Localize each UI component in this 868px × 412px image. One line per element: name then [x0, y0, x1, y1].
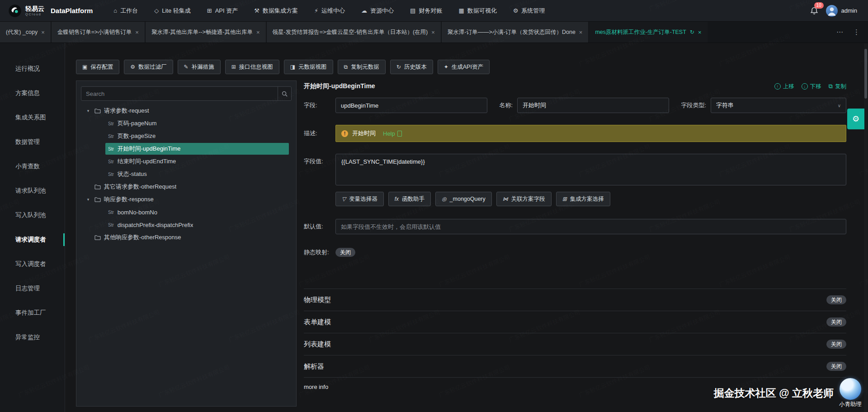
- tabs-more-icon[interactable]: ⋯: [836, 28, 843, 36]
- sidebar-item[interactable]: 异常监控: [0, 325, 65, 350]
- field-action-button[interactable]: ⧉ 复制: [829, 83, 846, 90]
- collapsible-section[interactable]: 物理模型 关闭: [304, 289, 846, 311]
- toolbar-button[interactable]: ▣ 保存配置: [76, 60, 119, 74]
- field-value-textarea[interactable]: {{LAST_SYNC_TIME|datetime}}: [335, 154, 846, 185]
- sidebar-item[interactable]: 数据管理: [0, 130, 65, 154]
- helper-buttons: ▽ 变量选择器 fx 函数助手 ◎ _mongoQuery: [335, 192, 846, 206]
- notification-bell[interactable]: 10: [810, 6, 819, 15]
- workspace-tab[interactable]: 聚水潭-订单——>小满-订单（发货状态回传）Done ×: [442, 22, 589, 43]
- tab-bar: (代发) _copy × 金蝶销售订单=>小满销售订单 × 聚水潭-其他出库单-…: [0, 22, 868, 43]
- sidebar-item[interactable]: 请求调度者: [0, 227, 65, 252]
- sidebar-item[interactable]: 写入调度者: [0, 252, 65, 276]
- static-map-toggle[interactable]: 关闭: [335, 248, 355, 257]
- workspace-tab[interactable]: (代发) _copy ×: [0, 22, 51, 43]
- nav-item[interactable]: ⚡ 运维中心: [314, 7, 345, 15]
- toolbar-button[interactable]: ✦ 生成API资产: [438, 60, 490, 74]
- helper-button[interactable]: ⋈ 关联方案字段: [496, 192, 552, 206]
- section-toggle[interactable]: 关闭: [826, 295, 846, 304]
- sidebar-item[interactable]: 小青查数: [0, 154, 65, 179]
- folder-icon: [94, 235, 101, 240]
- nav-item[interactable]: ⊞ API 资产: [207, 7, 238, 15]
- helper-button[interactable]: fx 函数助手: [388, 192, 431, 206]
- workspace-tab[interactable]: 领星-发货结算报告=>金蝶云星空-销售出库单（日本站）(在用) ×: [267, 22, 441, 43]
- field-key-input[interactable]: [335, 98, 487, 113]
- collapsible-section[interactable]: 列表建模 关闭: [304, 333, 846, 355]
- tree-node[interactable]: Str 状态-status: [81, 168, 292, 180]
- helper-button[interactable]: ◎ _mongoQuery: [435, 192, 492, 206]
- caret-icon[interactable]: ▾: [85, 109, 92, 113]
- field-action-button[interactable]: ↓ 下移: [802, 83, 821, 90]
- sidebar-item[interactable]: 方案信息: [0, 81, 65, 105]
- nav-item[interactable]: ⚒ 数据集成方案: [254, 7, 298, 15]
- tab-refresh-icon[interactable]: ↻: [690, 29, 694, 35]
- nav-item[interactable]: ☁ 资源中心: [361, 7, 394, 15]
- nav-item[interactable]: ⌂ 工作台: [113, 7, 138, 15]
- nav-item[interactable]: ⚙ 系统管理: [513, 7, 545, 15]
- tree-node[interactable]: 其它请求参数-otherRequest: [81, 180, 292, 193]
- string-type-badge: Str: [108, 210, 114, 215]
- tree-node[interactable]: Str 结束时间-updEndTime: [81, 155, 292, 168]
- tree-node[interactable]: Str dispatchPrefix-dispatchPrefix: [81, 218, 292, 231]
- tree-node[interactable]: 其他响应参数-otherResponse: [81, 231, 292, 244]
- tab-close-icon[interactable]: ×: [256, 29, 260, 36]
- collapsible-section[interactable]: 解析器 关闭: [304, 355, 846, 377]
- sidebar-item[interactable]: 日志管理: [0, 276, 65, 301]
- folder-icon: [94, 108, 101, 114]
- workspace-tab[interactable]: 聚水潭-其他出库单-->畅捷通-其他出库单 ×: [146, 22, 266, 43]
- field-key-label: 字段:: [304, 101, 335, 109]
- help-doc-icon[interactable]: [397, 131, 402, 137]
- collapsible-section[interactable]: 表单建模 关闭: [304, 311, 846, 333]
- section-toggle[interactable]: 关闭: [826, 340, 846, 349]
- warning-icon: !: [341, 130, 348, 137]
- product-name: DataPlatform: [51, 7, 93, 14]
- tree-node[interactable]: ▾ 请求参数-request: [81, 104, 292, 117]
- tree-node[interactable]: Str 页数-pageSize: [81, 130, 292, 142]
- toolbar-button[interactable]: ↻ 历史版本: [390, 60, 433, 74]
- sidebar-item[interactable]: 运行概况: [0, 57, 65, 81]
- tab-close-icon[interactable]: ×: [431, 29, 435, 36]
- field-type-select[interactable]: 字符串 ∨: [711, 98, 846, 113]
- main-nav: ⌂ 工作台 ◇ Lite 轻集成 ⊞ API 资产 ⚒ 数据集成方案 ⚡ 运维中…: [113, 7, 809, 15]
- tree-node[interactable]: ▾ 响应参数-response: [81, 193, 292, 206]
- tab-close-icon[interactable]: ×: [41, 29, 45, 36]
- tab-close-icon[interactable]: ×: [698, 29, 702, 36]
- helper-button[interactable]: ⊞ 集成方案选择: [556, 192, 610, 206]
- toolbar-button[interactable]: ⊞ 接口信息视图: [225, 60, 279, 74]
- description-warning-box[interactable]: ! 开始时间 Help: [335, 125, 846, 142]
- caret-icon[interactable]: ▾: [85, 197, 92, 202]
- collapsible-sections: 物理模型 关闭 表单建模 关闭 列表建模 关闭: [304, 289, 846, 377]
- sidebar-item[interactable]: 集成关系图: [0, 105, 65, 130]
- helper-button[interactable]: ▽ 变量选择器: [335, 192, 384, 206]
- user-menu[interactable]: admin: [826, 5, 857, 17]
- field-action-button[interactable]: ↑ 上移: [774, 83, 794, 90]
- section-toggle[interactable]: 关闭: [826, 362, 846, 371]
- sidebar-item[interactable]: 事件加工厂: [0, 301, 65, 325]
- section-toggle[interactable]: 关闭: [826, 317, 846, 327]
- sidebar-item[interactable]: 写入队列池: [0, 203, 65, 227]
- toolbar-button[interactable]: ⚙ 数据过滤厂: [124, 60, 173, 74]
- field-name-input[interactable]: [517, 98, 669, 113]
- settings-gear-button[interactable]: ⚙: [847, 109, 864, 129]
- scrollbar-thumb[interactable]: [864, 49, 867, 99]
- search-button[interactable]: [278, 87, 291, 100]
- tree-node[interactable]: Str 开始时间-updBeginTime: [81, 142, 292, 155]
- tree-node[interactable]: Str 页码-pageNum: [81, 117, 292, 130]
- tree-node[interactable]: Str bomNo-bomNo: [81, 206, 292, 218]
- workspace-tab[interactable]: mes原材料派工作业-生产订单-TEST ↻ ×: [589, 22, 707, 43]
- default-value-input[interactable]: [335, 219, 846, 234]
- nav-item[interactable]: ▦ 数据可视化: [458, 7, 496, 15]
- move-down-icon: ↓: [802, 83, 808, 90]
- nav-item[interactable]: ▤ 财务对账: [410, 7, 442, 15]
- toolbar-button[interactable]: ⧉ 复制元数据: [338, 60, 386, 74]
- workspace-tab[interactable]: 金蝶销售订单=>小满销售订单 ×: [52, 22, 145, 43]
- tabs-menu-icon[interactable]: ⋮: [853, 28, 860, 36]
- tab-close-icon[interactable]: ×: [135, 29, 139, 36]
- tab-close-icon[interactable]: ×: [579, 29, 583, 36]
- nav-item[interactable]: ◇ Lite 轻集成: [154, 7, 191, 15]
- history-icon: ↻: [396, 64, 401, 70]
- sidebar-item[interactable]: 请求队列池: [0, 179, 65, 203]
- search-input[interactable]: [81, 87, 278, 100]
- toolbar-button[interactable]: ✎ 补漏措施: [178, 60, 221, 74]
- help-link[interactable]: Help: [383, 130, 395, 137]
- toolbar-button[interactable]: ◨ 元数据视图: [284, 60, 333, 74]
